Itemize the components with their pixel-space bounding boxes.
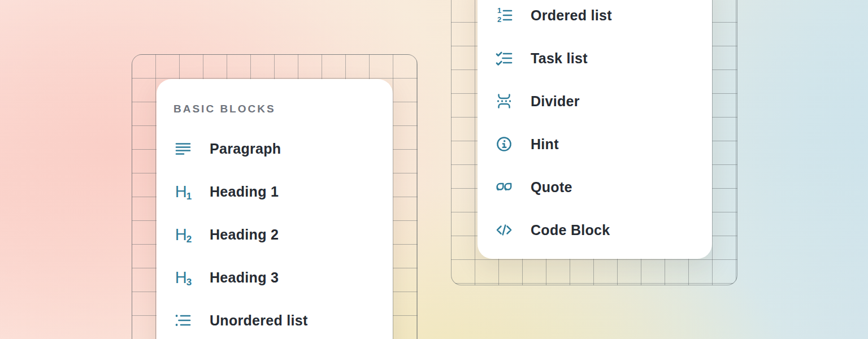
heading-1-icon: H1 [173, 182, 193, 201]
code-block-icon [494, 220, 514, 240]
menu-item-label: Heading 3 [210, 270, 279, 286]
section-label: BASIC BLOCKS [173, 102, 376, 116]
menu-item-heading-3[interactable]: H3Heading 3 [157, 256, 393, 299]
menu-item-heading-1[interactable]: H1Heading 1 [157, 170, 393, 213]
basic-blocks-menu-card: BASIC BLOCKS ParagraphH1Heading 1H2Headi… [157, 79, 393, 339]
task-list-icon [494, 49, 514, 68]
menu-item-label: Divider [531, 93, 580, 110]
more-blocks-menu-list: 12Ordered listTask listDividerHintQuoteC… [478, 0, 712, 251]
menu-item-ordered-list[interactable]: 12Ordered list [478, 0, 712, 37]
background-gradient [0, 0, 868, 339]
menu-item-label: Heading 2 [210, 227, 279, 243]
menu-item-paragraph[interactable]: Paragraph [157, 127, 393, 170]
menu-item-label: Ordered list [531, 7, 612, 24]
unordered-list-icon [173, 311, 193, 330]
menu-item-label: Paragraph [210, 141, 281, 157]
menu-item-unordered-list[interactable]: Unordered list [157, 299, 393, 339]
menu-item-label: Quote [531, 179, 572, 195]
menu-item-divider[interactable]: Divider [478, 80, 712, 123]
svg-text:2: 2 [497, 15, 501, 24]
menu-item-hint[interactable]: Hint [478, 123, 712, 166]
menu-item-heading-2[interactable]: H2Heading 2 [157, 213, 393, 256]
heading-2-icon: H2 [173, 225, 193, 244]
menu-item-quote[interactable]: Quote [478, 166, 712, 208]
more-blocks-menu-card: 12Ordered listTask listDividerHintQuoteC… [478, 0, 712, 259]
menu-item-label: Task list [531, 50, 588, 67]
menu-item-label: Unordered list [210, 312, 308, 329]
heading-3-icon: H3 [173, 268, 193, 287]
ordered-list-icon: 12 [494, 6, 514, 25]
menu-item-label: Hint [531, 136, 559, 153]
hint-icon [494, 134, 514, 154]
menu-item-task-list[interactable]: Task list [478, 37, 712, 80]
divider-icon [494, 92, 514, 111]
quote-icon [494, 177, 514, 197]
menu-item-label: Heading 1 [210, 184, 279, 200]
paragraph-icon [173, 139, 193, 158]
basic-blocks-menu-list: ParagraphH1Heading 1H2Heading 2H3Heading… [157, 127, 393, 339]
menu-item-code-block[interactable]: Code Block [478, 208, 712, 251]
menu-item-label: Code Block [531, 222, 610, 238]
svg-text:1: 1 [497, 6, 501, 15]
